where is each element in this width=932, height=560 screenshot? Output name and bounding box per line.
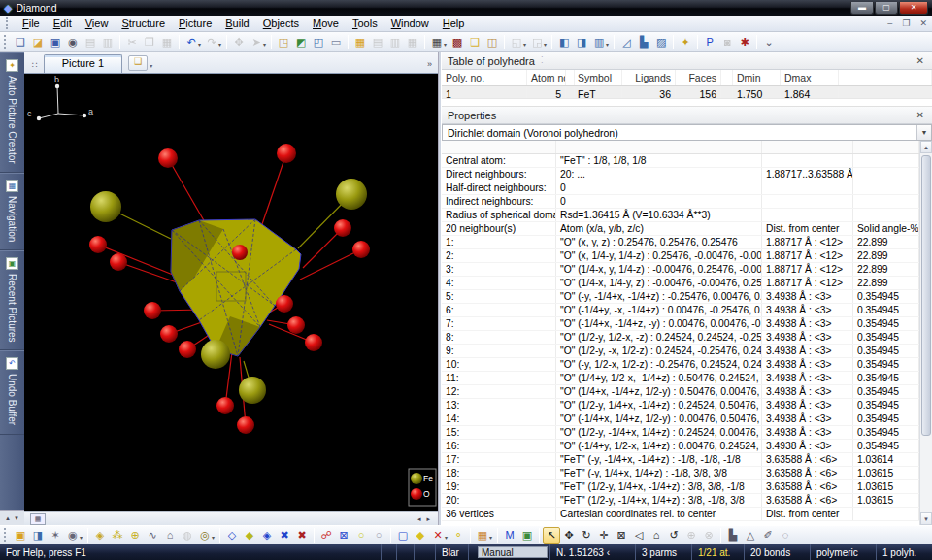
auto-picture-creator-icon[interactable]: ▣	[12, 527, 29, 544]
atom-fe[interactable]	[239, 377, 266, 404]
fe-coordination-icon[interactable]: ⚬	[449, 527, 467, 544]
export-picture-icon[interactable]: ◫	[483, 34, 501, 50]
show-table-button[interactable]: ▦	[30, 513, 46, 525]
destroy-all-icon[interactable]: ✖	[293, 527, 311, 544]
sidebar-tab-auto-picture-creator[interactable]: ✦ Auto Picture Creator	[0, 52, 24, 173]
remove-bonds-dropdown-icon[interactable]: ▾	[445, 534, 448, 541]
menu-structure[interactable]: Structure	[115, 16, 172, 30]
property-row[interactable]: Direct neighbours:20: ...1.88717..3.6358…	[442, 168, 919, 181]
atom-o[interactable]	[352, 241, 370, 258]
rotate-c-icon[interactable]: ↻	[578, 527, 595, 544]
open-folder-icon[interactable]: ◪	[29, 34, 47, 50]
property-selector-combobox[interactable]: Dirichlet domain (Voronoi polyhedron) ▼	[442, 124, 932, 141]
property-row[interactable]: Half-direct neighbours:0	[442, 181, 919, 195]
layout-flat-icon[interactable]: ◧	[555, 34, 573, 50]
scroll-down-icon[interactable]: ▼	[920, 512, 932, 525]
atom-o[interactable]	[232, 245, 248, 260]
structure-canvas[interactable]: b c a Fe O	[24, 74, 438, 511]
property-row[interactable]: 17:"FeT" (-y, -1/4+x, -1/4+z) : -1/8, -1…	[442, 453, 919, 467]
window-picture-icon[interactable]: ◩	[292, 34, 310, 50]
window-blank-icon[interactable]: ▭	[327, 34, 345, 50]
property-row[interactable]: 12:"O" (1/4+x, -1/4+z, 1/2-y) : 0.50476,…	[442, 385, 919, 399]
rings-search-icon[interactable]: ○	[352, 527, 370, 544]
property-row[interactable]: 1:"O" (x, y, z) : 0.25476, 0.25476, 0.25…	[442, 236, 919, 249]
atom-o[interactable]	[277, 144, 296, 163]
measure-mode-icon[interactable]: M	[501, 527, 518, 544]
polyhedra-build-icon[interactable]: ◈	[258, 527, 276, 544]
toolbar-overflow-icon[interactable]: ⌄	[760, 34, 778, 50]
mdi-restore-button[interactable]: ❐	[897, 18, 915, 28]
snapshot-camera-icon[interactable]: ◙	[718, 34, 736, 50]
mdi-minimize-button[interactable]: –	[882, 18, 897, 28]
atom-o[interactable]	[305, 334, 322, 351]
atom-o[interactable]	[158, 148, 178, 168]
coordination-sphere-dropdown-icon[interactable]: ▾	[212, 534, 215, 541]
atom-o[interactable]	[334, 219, 351, 237]
triangle-tool-icon[interactable]: △	[742, 527, 759, 544]
panel-drag-handle-icon[interactable]: ⁚	[541, 56, 544, 65]
unit-cell-frame-icon[interactable]: ▢	[394, 527, 412, 544]
grid-view-dropdown-icon[interactable]: ▾	[444, 41, 447, 48]
atom-o[interactable]	[89, 236, 107, 253]
pan-hand-icon[interactable]: ✥	[230, 34, 248, 50]
scrollbar-thumb[interactable]	[921, 155, 931, 436]
picture-wizard-icon[interactable]: ✶	[47, 527, 64, 544]
atom-fe[interactable]	[90, 191, 121, 222]
sidebar-tab-navigation[interactable]: ▦ Navigation	[0, 173, 24, 250]
property-row[interactable]: 11:"O" (1/4+y, 1/2-x, -1/4+z) : 0.50476,…	[442, 372, 919, 385]
preferences-tools-icon[interactable]: ✱	[736, 34, 753, 50]
cut-icon[interactable]: ✂	[123, 34, 141, 50]
menu-objects[interactable]: Objects	[256, 16, 306, 30]
cleanup-eraser-icon[interactable]: ✦	[677, 34, 694, 50]
build-unit-cell-icon[interactable]: ◈	[91, 527, 109, 544]
property-row[interactable]: 20:"FeT" (1/2-y, -1/4+x, 1/4+z) : 3/8, -…	[442, 494, 919, 508]
destroy-polyhedra-icon[interactable]: ✖	[276, 527, 293, 544]
print-preview-icon[interactable]: ▤	[82, 34, 99, 50]
save-icon[interactable]: ▣	[47, 34, 64, 50]
bond-network-icon[interactable]: ⊠	[335, 527, 352, 544]
polyhedra-table-row[interactable]: 15FeT361561.7501.864	[442, 86, 932, 99]
tab-grid-icon[interactable]: ∷	[26, 60, 44, 73]
cell-fill-diamond-icon[interactable]: ◆	[412, 527, 429, 544]
polyhedra-close-icon[interactable]: ✕	[915, 55, 926, 66]
table-row-icon[interactable]: ▤	[369, 34, 386, 50]
atom-o[interactable]	[237, 416, 254, 434]
tab-picture-1[interactable]: Picture 1	[44, 54, 122, 73]
histogram-tool-icon[interactable]: ▙	[724, 527, 742, 544]
combobox-dropdown-icon[interactable]: ▼	[916, 125, 931, 140]
table-column-icon[interactable]: ▥	[386, 34, 404, 50]
property-row[interactable]: 14:"O" (-1/4+x, 1/4+z, 1/2-y) : 0.00476,…	[442, 412, 919, 426]
window-restore-icon[interactable]: ◰	[310, 34, 327, 50]
property-row[interactable]: 8:"O" (1/2-y, 1/2-x, -z) : 0.24524, 0.24…	[442, 331, 919, 345]
fill-atoms-icon[interactable]: ⁂	[109, 527, 126, 544]
sidebar-tab-recent-pictures[interactable]: ▣ Recent Pictures	[0, 250, 24, 351]
build-network-icon[interactable]: ⌂	[161, 527, 179, 544]
property-row[interactable]: 9:"O" (1/2-y, -x, 1/2-z) : 0.24524, -0.2…	[442, 345, 919, 358]
tilt-left-icon[interactable]: ◁	[630, 527, 648, 544]
redo-icon[interactable]: ↷	[203, 34, 220, 50]
polygon-fill-icon[interactable]: ◆	[241, 527, 258, 544]
undo-dropdown-icon[interactable]: ▾	[198, 41, 201, 48]
elevate-icon[interactable]: ⌂	[648, 527, 665, 544]
paste-icon[interactable]: ▦	[158, 34, 176, 50]
cluster-icon[interactable]: ◍	[179, 527, 196, 544]
property-row[interactable]: 3:"O" (1/4-x, y, 1/4-z) : -0.00476, 0.25…	[442, 263, 919, 277]
track-2-icon[interactable]: ⊗	[700, 527, 717, 544]
send-backward-icon[interactable]: ◱	[508, 34, 525, 50]
print-icon[interactable]: ▥	[99, 34, 116, 50]
property-row[interactable]: 19:"FeT" (1/2-y, 1/4+x, -1/4+z) : 3/8, 3…	[442, 480, 919, 494]
new-document-icon[interactable]: ❑	[12, 34, 29, 50]
track-1-icon[interactable]: ⊕	[682, 527, 700, 544]
chart-distances-icon[interactable]: ◿	[617, 34, 635, 50]
new-picture-tab-button[interactable]: ❑	[128, 55, 148, 71]
atom-o[interactable]	[110, 253, 127, 271]
powder-pattern-icon[interactable]: P	[701, 34, 718, 50]
sidebar-tab-undo-buffer[interactable]: ↶ Undo Buffer	[0, 350, 24, 434]
property-row[interactable]: Central atom:"FeT" : 1/8, 1/8, 1/8	[442, 154, 919, 168]
property-row[interactable]: 16:"O" (-1/4+y, 1/2-x, 1/4+z) : 0.00476,…	[442, 440, 919, 453]
property-row[interactable]: 10:"O" (-y, 1/2-x, 1/2-z) : -0.25476, 0.…	[442, 358, 919, 372]
menu-build[interactable]: Build	[218, 16, 255, 30]
layout-split-icon[interactable]: ◨	[573, 34, 590, 50]
atom-fe[interactable]	[201, 340, 230, 369]
window-new-icon[interactable]: ◳	[275, 34, 292, 50]
